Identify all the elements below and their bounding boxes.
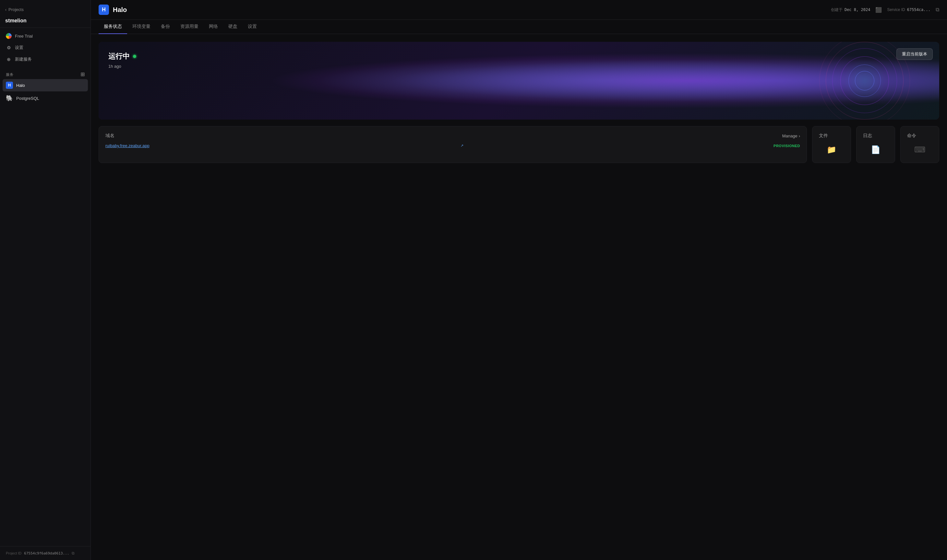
sidebar-item-new-service[interactable]: ⊕ 新建服务 <box>3 54 88 65</box>
domain-card-header: 域名 Manage › <box>105 133 800 139</box>
terminal-icon: ⌨ <box>914 145 925 154</box>
sidebar-nav: Free Trial ⚙ 设置 ⊕ 新建服务 <box>0 28 91 68</box>
logs-card-title: 日志 <box>863 133 888 139</box>
bottom-cards: 域名 Manage › ruibaby.free.zeabur.app ↗ PR… <box>99 126 939 163</box>
service-id-label: Service ID <box>887 8 905 12</box>
status-time: 1h ago <box>108 64 930 69</box>
back-to-projects[interactable]: ‹ Projects <box>5 5 85 14</box>
add-service-icon[interactable]: ⊞ <box>80 72 85 77</box>
service-id-value: 67554ca... <box>907 8 930 12</box>
domain-card-title: 域名 <box>105 133 114 139</box>
tab-network[interactable]: 网络 <box>204 20 223 34</box>
project-id-value: 67554c9f6a69da0613... <box>24 551 69 555</box>
files-card[interactable]: 文件 📁 <box>812 126 851 163</box>
project-id-label: Project ID <box>6 551 22 555</box>
status-running-label: 运行中 <box>108 52 130 61</box>
tab-settings[interactable]: 设置 <box>242 20 262 34</box>
status-running-row: 运行中 <box>108 52 930 61</box>
postgresql-service-icon: 🐘 <box>6 95 13 102</box>
sidebar-item-postgresql[interactable]: 🐘 PostgreSQL <box>3 92 88 105</box>
content-area: 运行中 1h ago 重启当前版本 域名 Manage › ruib <box>91 34 947 560</box>
domain-url[interactable]: ruibaby.free.zeabur.app <box>105 143 150 148</box>
external-link-icon: ↗ <box>461 143 463 148</box>
sidebar-top: ‹ Projects stmelion <box>0 0 91 28</box>
folder-icon: 📁 <box>827 145 836 154</box>
chevron-left-icon: ‹ <box>5 8 6 12</box>
tab-resources[interactable]: 资源用量 <box>175 20 204 34</box>
header-created-meta: 创建于 Dec 8, 2024 <box>831 7 870 12</box>
status-card: 运行中 1h ago 重启当前版本 <box>99 42 939 120</box>
status-dot <box>133 55 136 58</box>
main-content: H Halo 创建于 Dec 8, 2024 ⬛ Service ID 6755… <box>91 0 947 560</box>
manage-link[interactable]: Manage › <box>782 134 800 138</box>
postgresql-service-name: PostgreSQL <box>16 96 39 101</box>
header-service-id-meta: Service ID 67554ca... <box>887 8 930 12</box>
logs-card[interactable]: 日志 📄 <box>856 126 895 163</box>
sidebar-item-settings[interactable]: ⚙ 设置 <box>3 42 88 53</box>
halo-service-icon: H <box>6 82 13 89</box>
provisioned-badge: PROVISIONED <box>773 144 800 148</box>
sidebar-footer: Project ID 67554c9f6a69da0613... ⧉ <box>0 546 91 560</box>
header-service-name: Halo <box>113 6 127 14</box>
manage-arrow-icon: › <box>799 134 800 138</box>
header-left: H Halo <box>99 5 127 15</box>
created-label: 创建于 <box>831 7 842 12</box>
status-content: 运行中 1h ago <box>99 42 939 78</box>
document-icon: 📄 <box>871 145 881 154</box>
tab-disk[interactable]: 硬盘 <box>223 20 242 34</box>
manage-label: Manage <box>782 134 797 138</box>
tab-env[interactable]: 环境变量 <box>127 20 156 34</box>
restart-button[interactable]: 重启当前版本 <box>896 48 933 60</box>
services-section-header: 服务 ⊞ <box>0 68 91 79</box>
tabs: 服务状态 环境变量 备份 资源用量 网络 硬盘 设置 <box>91 20 947 34</box>
tab-backup[interactable]: 备份 <box>156 20 175 34</box>
sidebar-item-halo[interactable]: H Halo <box>3 79 88 91</box>
header-service-icon: H <box>99 5 109 15</box>
gear-icon: ⚙ <box>6 45 12 50</box>
domain-card[interactable]: 域名 Manage › ruibaby.free.zeabur.app ↗ PR… <box>99 126 807 163</box>
new-service-label: 新建服务 <box>15 56 32 62</box>
sidebar-item-free-trial[interactable]: Free Trial <box>3 31 88 42</box>
copy-service-id-icon[interactable]: ⧉ <box>936 7 939 12</box>
halo-service-name: Halo <box>16 83 25 88</box>
created-date: Dec 8, 2024 <box>845 8 870 12</box>
google-icon <box>6 33 12 39</box>
tab-status[interactable]: 服务状态 <box>99 20 127 34</box>
files-icon-area: 📁 <box>819 143 844 156</box>
copy-project-id-icon[interactable]: ⧉ <box>72 551 75 555</box>
main-header: H Halo 创建于 Dec 8, 2024 ⬛ Service ID 6755… <box>91 0 947 20</box>
services-label: 服务 <box>6 72 13 77</box>
domain-row: ruibaby.free.zeabur.app ↗ PROVISIONED <box>105 143 800 148</box>
settings-label: 设置 <box>15 45 23 51</box>
logs-icon-area: 📄 <box>863 143 888 156</box>
workspace-name: stmelion <box>5 15 85 25</box>
free-trial-label: Free Trial <box>15 34 33 38</box>
files-card-title: 文件 <box>819 133 844 139</box>
box-icon[interactable]: ⬛ <box>875 7 882 13</box>
plus-circle-icon: ⊕ <box>6 57 12 62</box>
command-card[interactable]: 命令 ⌨ <box>900 126 939 163</box>
back-label: Projects <box>8 7 24 12</box>
command-icon-area: ⌨ <box>907 143 932 156</box>
header-right: 创建于 Dec 8, 2024 ⬛ Service ID 67554ca... … <box>831 7 939 13</box>
sidebar: ‹ Projects stmelion Free Trial ⚙ 设置 ⊕ 新建… <box>0 0 91 560</box>
command-card-title: 命令 <box>907 133 932 139</box>
